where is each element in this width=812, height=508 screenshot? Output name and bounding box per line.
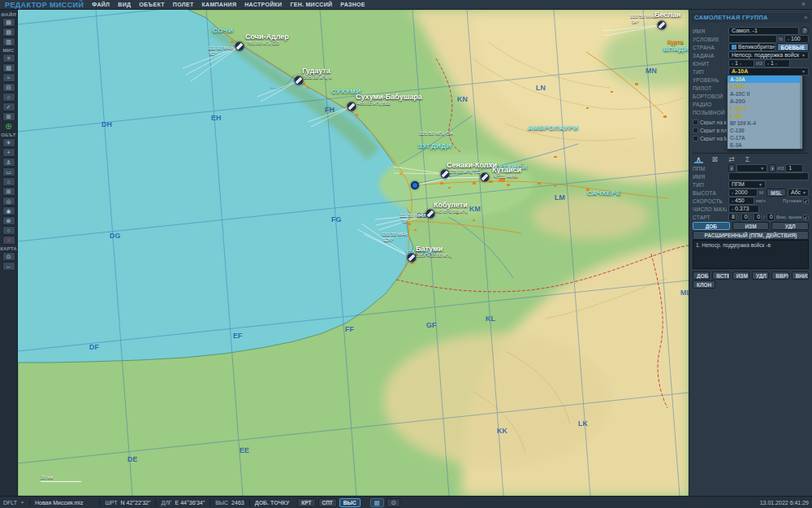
ground-speed-checkbox[interactable]: ✓ — [803, 198, 809, 204]
rules-icon[interactable]: ○ — [2, 93, 15, 102]
bullseye-icon[interactable]: ◉ — [2, 206, 15, 215]
farp-icon[interactable]: ⊗ — [2, 216, 15, 225]
list-клон-button[interactable]: КЛОН — [693, 280, 715, 289]
aircraft-type-option[interactable]: Bf 109 K-4 — [728, 119, 802, 127]
wpt-изм-button[interactable]: ИЗМ — [732, 222, 770, 230]
menu-item-ген-миссий[interactable]: ГЕН. МИССИЙ — [290, 2, 332, 7]
condition-input[interactable] — [728, 35, 777, 43]
options-icon[interactable]: ⊟ — [2, 83, 15, 92]
start-day-field[interactable]: 0 — [767, 213, 775, 221]
list-изм-button[interactable]: ИЗМ — [732, 271, 749, 280]
toggle-выс[interactable]: ВЫС — [339, 498, 361, 507]
measure-distance-icon[interactable]: ↔ — [2, 262, 15, 271]
aircraft-type-option[interactable]: A-4E-C — [728, 105, 802, 112]
dropdown-scrollbar[interactable] — [800, 76, 802, 149]
clock-icon[interactable]: ⊙ — [387, 498, 400, 507]
altitude-mode-select[interactable]: Абс ▼ — [788, 189, 809, 197]
menu-item-объект[interactable]: ОБЪЕКТ — [139, 2, 165, 7]
vehicle-icon[interactable]: ▭ — [2, 167, 15, 176]
list-доб-button[interactable]: ДОБ — [693, 271, 710, 280]
wpt-select[interactable]: ▼ — [736, 164, 767, 172]
aircraft-type-option[interactable]: C-130 — [728, 127, 802, 134]
airport-icon[interactable] — [426, 210, 435, 219]
static-object-icon[interactable]: ⌂ — [2, 177, 15, 186]
airport-icon[interactable] — [481, 173, 490, 182]
aircraft-type-option[interactable]: E-3A — [728, 141, 802, 149]
unit-total-stepper[interactable]: ‹ 1 › — [764, 59, 790, 67]
list-вврх-button[interactable]: ВВРХ — [771, 271, 788, 280]
list-вниз-button[interactable]: ВНИЗ — [792, 271, 809, 280]
airport-icon[interactable] — [295, 76, 304, 85]
generator-icon[interactable]: ⊞ — [2, 112, 15, 121]
altitude-stepper[interactable]: ‹ 2000 — [728, 189, 758, 197]
help-button[interactable]: ? — [801, 27, 809, 35]
center-map-icon[interactable]: ⊙ — [2, 252, 15, 261]
aircraft-type-option[interactable]: A-20G — [728, 98, 802, 105]
task-select[interactable]: Непоср. поддержка войск ▼ — [728, 51, 809, 59]
mach-stepper[interactable]: ‹ 0.373 — [728, 205, 759, 213]
delete-object-icon[interactable]: ✕ — [2, 236, 15, 245]
start-seconds-field[interactable]: 0 — [754, 213, 762, 221]
aircraft-type-option[interactable]: A-10C — [728, 83, 802, 90]
toggle-спт[interactable]: СПТ — [318, 498, 337, 507]
coords-format-icon[interactable]: ▦ — [370, 498, 385, 507]
list-удл-button[interactable]: УДЛ — [752, 271, 769, 280]
menu-item-кампания[interactable]: КАМПАНИЯ — [201, 2, 236, 7]
hidden-on-planner-checkbox[interactable] — [693, 128, 698, 133]
airport-icon[interactable] — [235, 42, 244, 51]
start-minutes-field[interactable]: 0 — [741, 213, 749, 221]
briefing-icon[interactable]: ≡ — [2, 54, 15, 63]
template-icon[interactable]: ⊞ — [2, 187, 15, 196]
speed-stepper[interactable]: ‹ 450 — [728, 197, 754, 205]
menu-item-вид[interactable]: ВИД — [118, 2, 131, 7]
hidden-on-map-checkbox[interactable] — [693, 119, 698, 125]
selected-aircraft-group-icon[interactable] — [411, 181, 419, 189]
menu-item-настройки[interactable]: НАСТРОЙКИ — [244, 2, 282, 7]
advanced-waypoint-button[interactable]: РАСШИРЕННЫЙ (ППМ, ДЕЙСТВИЯ) — [693, 231, 809, 240]
open-mission-icon[interactable]: ▨ — [2, 28, 15, 37]
spin-right-icon[interactable]: › — [775, 60, 777, 67]
coalition-button[interactable]: БОЕВЫЕ — [777, 43, 809, 51]
loadout-tab[interactable]: ⊠ — [710, 154, 720, 163]
preset-select[interactable]: DFLT — [3, 500, 17, 506]
wpt-prev-button[interactable]: ‹ — [728, 164, 735, 172]
menu-item-полет[interactable]: ПОЛЕТ — [173, 2, 194, 7]
weather-icon[interactable]: ≈ — [2, 73, 15, 82]
map-canvas[interactable]: 20 км DHEHFHKNLNMNDGFGGGKMLMDFEFFFGFKLML… — [18, 10, 689, 496]
trigger-zone-icon[interactable]: ◎ — [2, 197, 15, 206]
aircraft-type-dropdown[interactable]: A-10AA-10CA-10C IIA-20GA-4E-CA-6EBf 109 … — [727, 75, 803, 150]
wpt-удл-button[interactable]: УДЛ — [771, 222, 809, 230]
start-hours-field[interactable]: 8 — [728, 213, 736, 221]
wpt-next-button[interactable]: › — [769, 164, 775, 172]
wpt-name-input[interactable] — [728, 172, 809, 180]
probability-stepper[interactable]: ‹ 100 — [784, 35, 809, 43]
airport-icon[interactable] — [408, 254, 417, 263]
toggle-крт[interactable]: КРТ — [297, 498, 315, 507]
hidden-on-mfd-checkbox[interactable] — [693, 136, 698, 141]
spin-right-icon[interactable]: › — [740, 60, 741, 67]
spin-left-icon[interactable]: ‹ — [732, 206, 733, 212]
goals-icon[interactable]: ✓ — [2, 102, 15, 111]
menu-item-файл[interactable]: ФАЙЛ — [92, 2, 110, 7]
new-mission-icon[interactable]: ▤ — [2, 18, 15, 27]
links-tab[interactable]: ⇄ — [727, 154, 736, 163]
spin-left-icon[interactable]: ‹ — [732, 198, 733, 204]
save-mission-icon[interactable]: ▥ — [2, 37, 15, 46]
airport-icon[interactable] — [348, 102, 356, 111]
group-name-input[interactable]: Самол. -1 — [728, 27, 799, 35]
airplane-icon[interactable]: ✈ — [2, 138, 15, 147]
ship-icon[interactable]: ⚓ — [2, 158, 15, 167]
helicopter-icon[interactable]: + — [2, 148, 15, 157]
route-tab[interactable]: ∧ — [694, 154, 703, 163]
aircraft-type-option[interactable]: A-10A — [728, 76, 802, 83]
summary-tab[interactable]: Σ — [744, 154, 752, 163]
group-panel-close-icon[interactable]: × — [804, 13, 808, 23]
msl-button[interactable]: MSL — [767, 189, 786, 197]
add-point-button[interactable]: ДОБ. ТОЧКУ — [255, 500, 290, 506]
waypoint-action-item[interactable]: 1. Непоср. поддержка войск -в — [693, 241, 808, 250]
airport-icon[interactable] — [658, 21, 667, 30]
spin-left-icon[interactable]: ‹ — [788, 36, 789, 42]
spin-left-icon[interactable]: ‹ — [732, 189, 733, 196]
picture-icon[interactable]: ▧ — [2, 63, 15, 72]
list-вств-button[interactable]: ВСТВ — [712, 271, 729, 280]
